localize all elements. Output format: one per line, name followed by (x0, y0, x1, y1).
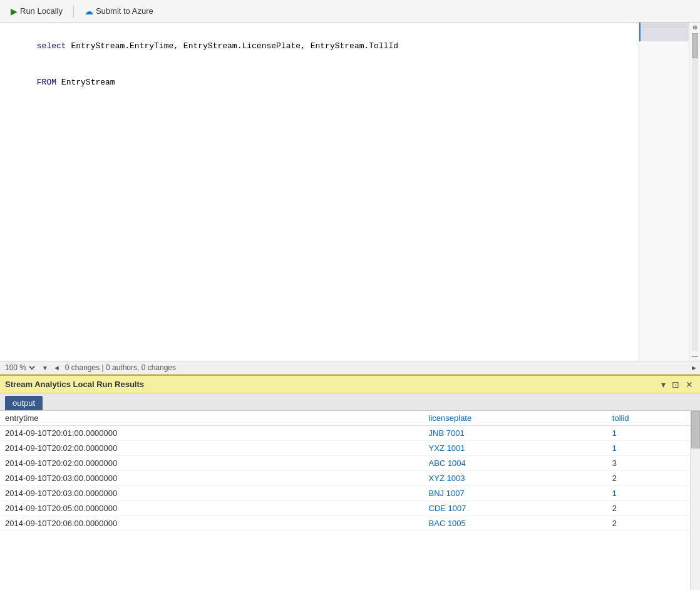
cell-entrytime: 2014-09-10T20:03:00.0000000 (0, 471, 424, 486)
table-row: 2014-09-10T20:03:00.0000000BNJ 10071 (0, 486, 700, 501)
azure-icon: ☁ (85, 6, 93, 16)
run-locally-button[interactable]: ▶ Run Locally (5, 4, 68, 19)
cell-licenseplate[interactable]: JNB 7001 (424, 426, 607, 441)
tabs-bar: output (0, 393, 700, 411)
cell-tollid[interactable]: 1 (607, 486, 700, 501)
run-locally-label: Run Locally (20, 6, 63, 16)
table-row: 2014-09-10T20:01:00.0000000JNB 70011 (0, 426, 700, 441)
editor-scrollbar[interactable]: ⊕ — (689, 23, 700, 361)
cell-entrytime: 2014-09-10T20:02:00.0000000 (0, 456, 424, 471)
cell-licenseplate[interactable]: CDE 1007 (424, 501, 607, 516)
cell-licenseplate[interactable]: ABC 1004 (424, 456, 607, 471)
minimap-highlight (639, 23, 689, 41)
cell-entrytime: 2014-09-10T20:03:00.0000000 (0, 486, 424, 501)
results-controls: ▾ ⊡ ✕ (659, 380, 695, 390)
toolbar-separator (73, 5, 74, 18)
cell-licenseplate[interactable]: BNJ 1007 (424, 486, 607, 501)
minimap-code-line (642, 24, 686, 25)
status-bar: 100 % ▼ ◄ 0 changes | 0 authors, 0 chang… (0, 361, 700, 375)
cell-tollid[interactable]: 1 (607, 441, 700, 456)
zoom-select[interactable]: 100 % (3, 363, 37, 373)
results-panel: Stream Analytics Local Run Results ▾ ⊡ ✕… (0, 375, 700, 590)
results-table: entrytime licenseplate tollid 2014-09-10… (0, 411, 700, 531)
table-body: 2014-09-10T20:01:00.0000000JNB 700112014… (0, 426, 700, 531)
results-scrollbar[interactable] (690, 411, 700, 590)
keyword-select: select (37, 41, 66, 51)
toolbar: ▶ Run Locally ☁ Submit to Azure (0, 0, 700, 23)
table-row: 2014-09-10T20:02:00.0000000ABC 10043 (0, 456, 700, 471)
cell-licenseplate[interactable]: BAC 1005 (424, 516, 607, 531)
table-header-row: entrytime licenseplate tollid (0, 411, 700, 426)
submit-azure-button[interactable]: ☁ Submit to Azure (79, 4, 159, 19)
cell-tollid: 2 (607, 501, 700, 516)
status-arrow-left[interactable]: ◄ (53, 364, 60, 371)
code-line-2: FROM EntryStream (8, 65, 631, 101)
cell-entrytime: 2014-09-10T20:06:00.0000000 (0, 516, 424, 531)
table-row: 2014-09-10T20:06:00.0000000BAC 10052 (0, 516, 700, 531)
results-scroll-thumb[interactable] (691, 411, 700, 448)
cell-entrytime: 2014-09-10T20:02:00.0000000 (0, 441, 424, 456)
run-icon: ▶ (11, 6, 18, 16)
minimap (639, 23, 689, 361)
cell-tollid: 3 (607, 456, 700, 471)
scroll-thumb[interactable] (692, 33, 698, 58)
cell-entrytime: 2014-09-10T20:05:00.0000000 (0, 501, 424, 516)
minimap-code-line (642, 26, 686, 28)
changes-info: 0 changes | 0 authors, 0 changes (65, 363, 176, 372)
table-header: entrytime licenseplate tollid (0, 411, 700, 426)
table-row: 2014-09-10T20:02:00.0000000YXZ 10011 (0, 441, 700, 456)
submit-azure-label: Submit to Azure (96, 6, 153, 16)
code-line-1: select EntryStream.EntryTime, EntryStrea… (8, 28, 631, 65)
cell-licenseplate[interactable]: XYZ 1003 (424, 471, 607, 486)
output-tab[interactable]: output (5, 396, 43, 410)
scroll-up-button[interactable]: ⊕ (692, 24, 697, 31)
table-row: 2014-09-10T20:03:00.0000000XYZ 10032 (0, 471, 700, 486)
status-arrow-right[interactable]: ► (691, 364, 697, 371)
scroll-down-button[interactable]: — (692, 353, 698, 360)
cell-entrytime: 2014-09-10T20:01:00.0000000 (0, 426, 424, 441)
panel-dropdown-button[interactable]: ▾ (659, 380, 667, 390)
results-header: Stream Analytics Local Run Results ▾ ⊡ ✕ (0, 376, 700, 393)
results-table-container[interactable]: entrytime licenseplate tollid 2014-09-10… (0, 411, 700, 590)
cell-tollid: 2 (607, 471, 700, 486)
keyword-from: FROM (37, 78, 56, 87)
cell-tollid: 2 (607, 516, 700, 531)
cell-licenseplate[interactable]: YXZ 1001 (424, 441, 607, 456)
changes-text: 0 changes | 0 authors, 0 changes (65, 363, 176, 372)
col-tollid: tollid (607, 411, 700, 426)
table-row: 2014-09-10T20:05:00.0000000CDE 10072 (0, 501, 700, 516)
col-licenseplate: licenseplate (424, 411, 607, 426)
code-text-1: EntryStream.EntryTime, EntryStream.Licen… (66, 41, 399, 51)
col-entrytime: entrytime (0, 411, 424, 426)
panel-pin-button[interactable]: ⊡ (670, 380, 681, 390)
code-text-2: EntryStream (56, 78, 115, 87)
panel-close-button[interactable]: ✕ (684, 380, 695, 390)
cell-tollid[interactable]: 1 (607, 426, 700, 441)
results-title: Stream Analytics Local Run Results (5, 380, 659, 389)
dropdown-arrow[interactable]: ▼ (42, 365, 48, 371)
editor-container: select EntryStream.EntryTime, EntryStrea… (0, 23, 700, 361)
code-editor[interactable]: select EntryStream.EntryTime, EntryStrea… (0, 23, 639, 361)
scroll-track[interactable] (692, 33, 698, 351)
